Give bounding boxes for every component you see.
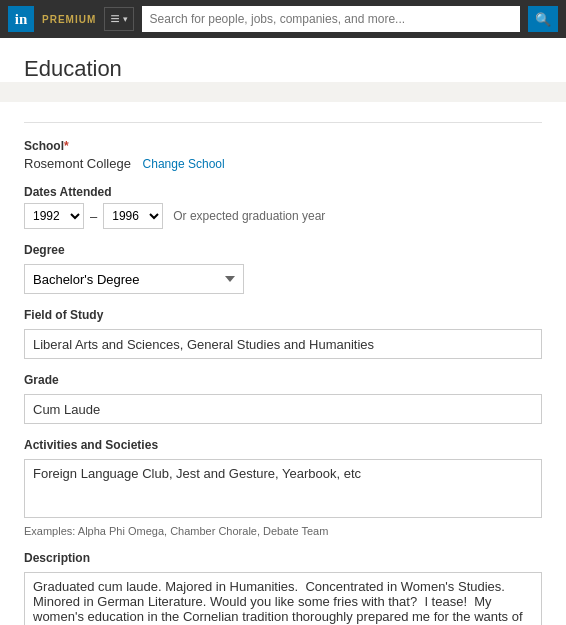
activities-note: Examples: Alpha Phi Omega, Chamber Chora… bbox=[24, 525, 542, 537]
school-name: Rosemont College bbox=[24, 156, 131, 171]
education-form-card: School* Rosemont College Change School D… bbox=[0, 102, 566, 625]
menu-icon: ≡ bbox=[110, 10, 119, 28]
year-to-select[interactable]: 1996 199319941995199719981999 bbox=[103, 203, 163, 229]
top-navbar: in PREMIUM ≡ ▾ 🔍 bbox=[0, 0, 566, 38]
dates-row: 1992 199019911993199419951996 – 1996 199… bbox=[24, 203, 542, 229]
school-section: School* Rosemont College Change School bbox=[24, 139, 542, 171]
divider bbox=[24, 122, 542, 123]
activities-label: Activities and Societies bbox=[24, 438, 542, 452]
search-input[interactable] bbox=[142, 6, 520, 32]
field-of-study-section: Field of Study bbox=[24, 308, 542, 359]
description-textarea[interactable]: Graduated cum laude. Majored in Humaniti… bbox=[24, 572, 542, 625]
dates-separator: – bbox=[90, 209, 97, 224]
degree-label: Degree bbox=[24, 243, 542, 257]
premium-badge: PREMIUM bbox=[42, 14, 96, 25]
degree-select[interactable]: Associate's Degree Bachelor's Degree Mas… bbox=[24, 264, 244, 294]
search-button[interactable]: 🔍 bbox=[528, 6, 558, 32]
year-from-select[interactable]: 1992 199019911993199419951996 bbox=[24, 203, 84, 229]
activities-section: Activities and Societies Foreign Languag… bbox=[24, 438, 542, 537]
page-title: Education bbox=[0, 38, 566, 82]
grade-label: Grade bbox=[24, 373, 542, 387]
grade-section: Grade bbox=[24, 373, 542, 424]
school-label: School* bbox=[24, 139, 542, 153]
degree-section: Degree Associate's Degree Bachelor's Deg… bbox=[24, 243, 542, 294]
dates-section: Dates Attended 1992 19901991199319941995… bbox=[24, 185, 542, 229]
required-star: * bbox=[64, 139, 69, 153]
menu-button[interactable]: ≡ ▾ bbox=[104, 7, 133, 31]
linkedin-logo: in bbox=[8, 6, 34, 32]
dates-note: Or expected graduation year bbox=[173, 209, 325, 223]
activities-textarea[interactable]: Foreign Language Club, Jest and Gesture,… bbox=[24, 459, 542, 518]
menu-chevron: ▾ bbox=[123, 14, 128, 24]
description-label: Description bbox=[24, 551, 542, 565]
field-of-study-input[interactable] bbox=[24, 329, 542, 359]
grade-input[interactable] bbox=[24, 394, 542, 424]
field-of-study-label: Field of Study bbox=[24, 308, 542, 322]
search-icon: 🔍 bbox=[535, 12, 551, 27]
change-school-link[interactable]: Change School bbox=[143, 157, 225, 171]
description-section: Description Graduated cum laude. Majored… bbox=[24, 551, 542, 625]
dates-label: Dates Attended bbox=[24, 185, 542, 199]
